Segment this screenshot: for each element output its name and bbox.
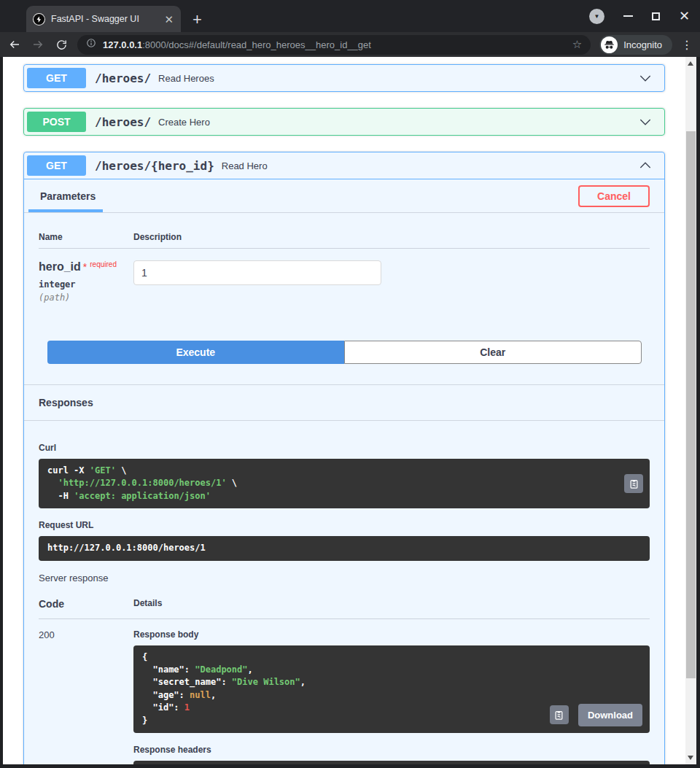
server-response-label: Server response: [39, 573, 650, 583]
execute-row: Execute Clear: [24, 303, 664, 384]
param-type: integer: [39, 279, 133, 290]
browser-window: FastAPI - Swagger UI ✕ + ▼ ✕ 127.0.0.1:8…: [0, 0, 700, 768]
hero-id-input[interactable]: [133, 260, 381, 285]
response-row-200: 200 Response body { "name": "Deadpond", …: [39, 619, 650, 764]
parameters-header: Parameters Cancel: [24, 179, 664, 213]
responses-section-title: Responses: [24, 384, 664, 421]
response-headers-label: Response headers: [133, 745, 650, 755]
request-url-label: Request URL: [39, 520, 650, 530]
browser-toolbar: 127.0.0.1:8000/docs#/default/read_hero_h…: [0, 32, 700, 57]
curl-label: Curl: [39, 443, 650, 453]
param-name: hero_id: [39, 260, 81, 273]
copy-to-clipboard-button[interactable]: [624, 474, 643, 493]
copy-to-clipboard-button[interactable]: [550, 705, 569, 724]
endpoint-summary: Read Hero: [222, 160, 268, 171]
cancel-button[interactable]: Cancel: [578, 185, 650, 207]
back-icon[interactable]: [7, 37, 22, 52]
scroll-down-icon[interactable]: [688, 756, 693, 760]
code-column-header: Code: [39, 598, 133, 610]
new-tab-button[interactable]: +: [192, 12, 202, 28]
tab-close-icon[interactable]: ✕: [164, 14, 174, 25]
opblock-get-hero-by-id: GET /heroes/{hero_id} Read Hero Paramete…: [23, 152, 665, 764]
endpoint-summary: Read Heroes: [158, 73, 214, 84]
bookmark-star-icon[interactable]: ☆: [572, 38, 582, 51]
incognito-badge: Incognito: [599, 35, 672, 55]
opblock-summary[interactable]: GET /heroes/ Read Heroes: [24, 65, 664, 91]
window-close-button[interactable]: ✕: [679, 9, 690, 23]
page-viewport: GET /heroes/ Read Heroes POST /heroes/ C…: [3, 57, 696, 764]
execute-button[interactable]: Execute: [47, 341, 344, 364]
opblock-get-heroes: GET /heroes/ Read Heroes: [23, 64, 665, 92]
method-badge-post: POST: [27, 112, 86, 132]
parameters-table: Name Description hero_id*required intege…: [24, 213, 664, 303]
url-text[interactable]: 127.0.0.1:8000/docs#/default/read_hero_h…: [103, 39, 566, 50]
endpoint-path: /heroes/{hero_id}: [95, 159, 214, 173]
browser-tab[interactable]: FastAPI - Swagger UI ✕: [26, 6, 181, 32]
endpoint-path: /heroes/: [95, 71, 151, 85]
response-body-block: { "name": "Deadpond", "secret_name": "Di…: [133, 645, 650, 733]
fastapi-logo-icon: [34, 14, 44, 25]
param-row-hero-id: hero_id*required integer (path): [39, 249, 650, 303]
chevron-up-icon[interactable]: [638, 158, 653, 173]
opblock-summary[interactable]: POST /heroes/ Create Hero: [24, 109, 664, 135]
param-location: (path): [39, 292, 133, 303]
response-headers-block: content-length: 65 content-type: applica…: [133, 761, 650, 764]
reload-icon[interactable]: [54, 37, 69, 52]
method-badge-get: GET: [27, 155, 86, 176]
maximize-button[interactable]: [652, 12, 660, 20]
scrollbar-thumb[interactable]: [686, 131, 696, 678]
page-scrollbar[interactable]: [685, 57, 696, 764]
name-column-header: Name: [39, 232, 133, 242]
incognito-icon: [601, 36, 618, 53]
method-badge-get: GET: [27, 68, 86, 88]
responses-section: Curl curl -X 'GET' \ 'http://127.0.0.1:8…: [24, 421, 664, 764]
request-url-block: http://127.0.0.1:8000/heroes/1: [39, 536, 650, 560]
tab-title: FastAPI - Swagger UI: [51, 14, 158, 24]
curl-code-block: curl -X 'GET' \ 'http://127.0.0.1:8000/h…: [39, 459, 650, 508]
download-button[interactable]: Download: [578, 704, 642, 726]
browser-update-icon[interactable]: ▼: [589, 9, 604, 24]
opblock-summary[interactable]: GET /heroes/{hero_id} Read Hero: [24, 152, 664, 179]
scroll-up-icon[interactable]: [688, 61, 693, 66]
chevron-down-icon[interactable]: [638, 115, 653, 129]
site-info-icon[interactable]: [86, 38, 96, 51]
browser-menu-icon[interactable]: ⋮: [681, 38, 693, 52]
tab-parameters[interactable]: Parameters: [39, 179, 97, 212]
required-star: *: [83, 261, 87, 273]
clear-button[interactable]: Clear: [344, 341, 642, 364]
details-column-header: Details: [133, 598, 162, 610]
forward-icon[interactable]: [31, 37, 45, 52]
opblock-post-heroes: POST /heroes/ Create Hero: [23, 108, 665, 136]
chevron-down-icon[interactable]: [638, 71, 653, 85]
endpoint-summary: Create Hero: [158, 117, 210, 128]
title-bar: FastAPI - Swagger UI ✕ + ▼ ✕: [0, 0, 700, 32]
description-column-header: Description: [133, 232, 182, 242]
endpoint-path: /heroes/: [95, 115, 151, 129]
status-code: 200: [39, 629, 133, 764]
response-body-label: Response body: [133, 629, 650, 640]
required-label: required: [90, 260, 117, 268]
url-bar[interactable]: 127.0.0.1:8000/docs#/default/read_hero_h…: [77, 35, 591, 55]
swagger-page: GET /heroes/ Read Heroes POST /heroes/ C…: [3, 57, 685, 764]
incognito-label: Incognito: [623, 39, 662, 50]
minimize-button[interactable]: [623, 15, 633, 17]
